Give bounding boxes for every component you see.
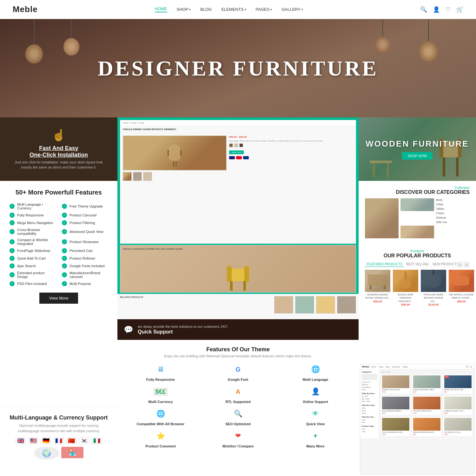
lamp-shade <box>375 36 390 53</box>
ss-prod-img-9[interactable] <box>444 418 472 431</box>
popular-title: OUR POPULAR PRODUCTS <box>365 253 470 259</box>
nav-home[interactable]: HOME <box>155 6 167 12</box>
tf-label-8: Quick View <box>306 422 325 426</box>
color-swatch[interactable] <box>229 143 233 147</box>
feature-check-icon: ✓ <box>10 272 15 277</box>
prod-svg-1 <box>365 270 390 290</box>
ss-prod-img-5[interactable] <box>413 397 440 409</box>
lamp-shade <box>25 44 43 63</box>
cat-image-main[interactable] <box>365 198 399 238</box>
cat-item-sofas[interactable]: Sofas <box>436 203 470 206</box>
ss-prod-img-1[interactable] <box>382 375 409 388</box>
color-swatch[interactable] <box>234 143 238 147</box>
pop-product-4: MR WHITE LOUNGE SIMPLE CHAIR... $89.00 <box>449 270 474 306</box>
sidebar-filter-price: Filter By Price $0 - $50 $50 - $100 $100… <box>362 393 377 402</box>
svg-rect-24 <box>433 270 434 274</box>
svg-rect-9 <box>243 281 246 291</box>
svg-rect-16 <box>373 163 375 177</box>
nav-shop[interactable]: SHOP ▾ <box>177 7 191 12</box>
chevron-down-icon: ▾ <box>245 8 246 11</box>
ss-prod-img-3[interactable]: NEW <box>444 375 472 388</box>
related-product-3[interactable] <box>316 296 335 314</box>
nav-pages[interactable]: PAGES ▾ <box>256 7 272 12</box>
nav-blog[interactable]: BLOG <box>200 7 212 12</box>
tab-bestselling[interactable]: BEST SELLING <box>404 262 431 267</box>
prev-arrow[interactable]: ‹ <box>457 262 463 268</box>
ss-search-icon[interactable]: 🔍 <box>466 366 468 368</box>
feature-check-icon: ✓ <box>10 213 15 218</box>
ss-product-6: CONDOR CLASSIC TYCO... $299 <box>443 395 473 415</box>
nav-gallery[interactable]: GALLERY ▾ <box>281 7 303 12</box>
theme-features-title: Features Of Our Theme <box>124 346 352 353</box>
pop-product-3: POPULAR DARK BROWN DINING CH... $120.00 <box>421 270 446 306</box>
logo[interactable]: Meble <box>13 4 38 14</box>
theme-feature-3: $€£ Multi Currency <box>124 385 197 404</box>
hero-title: DESIGNER FURNITURE <box>98 56 378 81</box>
tf-icon-0: 🖥 <box>153 363 169 376</box>
ss-product-1: ANDERS STRA ITALIAN... $199 <box>381 374 411 394</box>
cat-image-3[interactable] <box>400 226 434 238</box>
tf-icon-3: $€£ <box>153 385 169 398</box>
feature-check-icon: ✓ <box>10 248 15 253</box>
ss-prod-img-2[interactable] <box>413 375 440 388</box>
ss-logo: Meble <box>362 365 369 368</box>
view-more-button[interactable]: View More <box>39 293 78 304</box>
ss-cart-icon[interactable]: 🛒 <box>470 366 473 368</box>
wooden-shop-button[interactable]: SHOP NOW <box>402 152 433 160</box>
ps-thumb-3[interactable] <box>143 172 152 181</box>
add-to-cart-button[interactable]: Add to Cart <box>229 150 244 154</box>
feature-check-icon: ✓ <box>10 263 15 268</box>
tf-label-9: Product Comment <box>145 444 175 448</box>
flag-uk: 🇬🇧 <box>16 437 26 444</box>
user-icon[interactable]: 👤 <box>433 6 440 13</box>
feature-item: ✓Extended product Design <box>10 271 56 279</box>
tf-label-3: Multi Currency <box>148 400 173 404</box>
ss-prod-img-7[interactable] <box>382 418 409 431</box>
pop-prod-img-3[interactable] <box>421 270 446 292</box>
sidebar-product-tags: Product Tags Chair Table <box>362 425 377 433</box>
svg-rect-19 <box>370 286 372 289</box>
color-swatch[interactable] <box>239 143 243 147</box>
svg-rect-15 <box>370 161 392 163</box>
ps-details: $59.00 - $99.00 High quality dining chai… <box>229 136 353 181</box>
pop-prod-img-1[interactable] <box>365 270 390 292</box>
wishlist-icon[interactable]: ♡ <box>446 6 451 13</box>
popular-products-section: Products OUR POPULAR PRODUCTS FEATURED P… <box>359 244 476 364</box>
nav-elements[interactable]: ELEMENTS ▾ <box>221 7 246 12</box>
feature-check-icon: ✓ <box>62 229 67 234</box>
cat-item-shelves[interactable]: Shelves <box>436 216 470 219</box>
cat-image-2[interactable] <box>400 198 434 211</box>
next-arrow[interactable]: › <box>464 262 470 268</box>
ps-body: $59.00 - $99.00 High quality dining chai… <box>120 133 356 183</box>
ss-prod-img-8[interactable] <box>413 418 440 431</box>
table-svg <box>368 154 393 180</box>
pop-prod-img-4[interactable] <box>449 270 474 292</box>
pop-prod-img-2[interactable] <box>393 270 418 292</box>
ss-prod-img-4[interactable] <box>382 397 409 409</box>
cat-item-beds[interactable]: Beds <box>436 198 470 202</box>
visa-icon <box>229 156 235 159</box>
left-column: ☝ Fast And Easy One-Click Installation J… <box>0 117 117 476</box>
related-product-1[interactable] <box>274 296 293 314</box>
related-product-2[interactable] <box>295 296 314 314</box>
tf-icon-11: + <box>307 430 323 442</box>
ss-product-3: NEW BASKET TIE TACTIC OAK... $89 <box>443 374 473 394</box>
sidebar-filter-color: Filter By Color White Black Brown <box>362 404 377 414</box>
cart-icon[interactable]: 🛒 <box>456 6 463 13</box>
qs-title: Quick Support <box>138 329 228 335</box>
tab-new[interactable]: NEW PRODUCTS <box>431 262 460 267</box>
feature-check-icon: ✓ <box>62 220 67 225</box>
cat-item-chairs[interactable]: Chairs <box>436 212 470 215</box>
svg-rect-6 <box>227 266 232 282</box>
feature-item: ✓Compare & Wishlist Integrated <box>10 238 56 246</box>
theme-feature-7: 🔍 SEO Optimized <box>201 407 275 426</box>
ss-prod-img-6[interactable] <box>444 397 472 409</box>
search-icon[interactable]: 🔍 <box>420 6 427 13</box>
ps-thumb-1[interactable] <box>123 172 132 181</box>
related-product-4[interactable] <box>337 296 356 314</box>
svg-rect-7 <box>244 266 249 282</box>
cat-item-sidecar[interactable]: Side Car <box>436 221 470 224</box>
cat-item-tables[interactable]: Tables <box>436 207 470 210</box>
tab-featured[interactable]: FEATURED PRODUCTS <box>365 262 404 267</box>
ps-thumb-2[interactable] <box>133 172 142 181</box>
